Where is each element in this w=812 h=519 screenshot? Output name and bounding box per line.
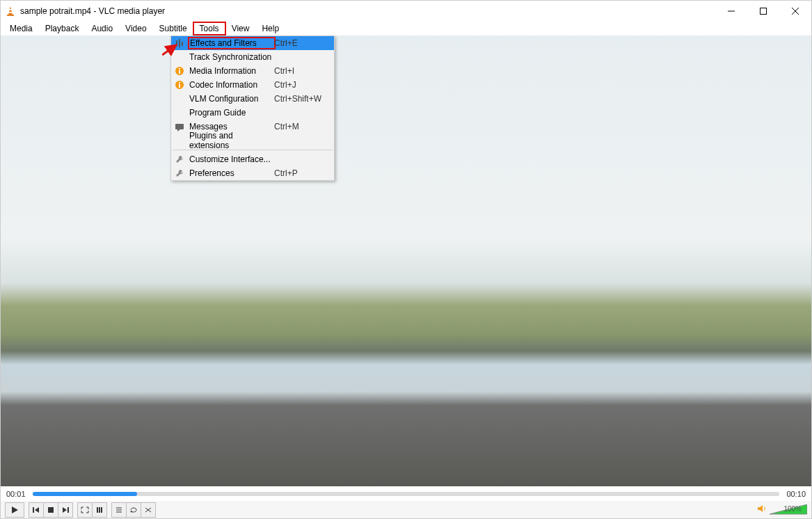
volume-percent: 100% (783, 505, 802, 513)
maximize-button[interactable] (747, 1, 779, 22)
svg-marker-18 (177, 129, 180, 131)
svg-rect-17 (175, 124, 184, 129)
play-button[interactable] (5, 502, 24, 518)
extended-settings-button[interactable] (93, 502, 107, 518)
menu-item-label: Effects and Filters (189, 38, 274, 48)
seek-slider[interactable] (33, 492, 780, 496)
wrench-icon (175, 154, 184, 164)
tools-vlm-config[interactable]: VLM Configuration Ctrl+Shift+W (171, 92, 334, 106)
svg-marker-20 (12, 506, 18, 513)
menu-item-label: Plugins and extensions (189, 131, 274, 150)
shuffle-button[interactable] (141, 502, 156, 518)
wrench-icon (175, 168, 184, 178)
equalizer-icon (175, 38, 184, 48)
next-button[interactable] (58, 502, 73, 518)
svg-rect-10 (182, 42, 183, 46)
menu-item-label: Program Guide (189, 108, 274, 118)
svg-rect-1 (7, 15, 14, 16)
window-title: sample potrait.mp4 - VLC media player (20, 6, 165, 16)
minimize-button[interactable] (715, 1, 747, 22)
menu-item-shortcut: Ctrl+J (274, 80, 328, 90)
tools-codec-info[interactable]: Codec Information Ctrl+J (171, 78, 334, 92)
menu-item-label: Messages (189, 122, 274, 131)
seek-progress (33, 492, 137, 496)
menu-item-shortcut: Ctrl+E (274, 38, 328, 48)
time-elapsed: 00:01 (6, 490, 26, 498)
menu-media[interactable]: Media (3, 22, 39, 35)
tools-dropdown: Effects and Filters Ctrl+E Track Synchro… (170, 35, 335, 181)
svg-rect-28 (101, 507, 102, 513)
svg-marker-24 (63, 507, 67, 513)
speaker-icon (757, 504, 767, 516)
time-total: 00:10 (786, 490, 806, 498)
playlist-button[interactable] (111, 502, 127, 518)
tools-plugins[interactable]: Plugins and extensions (171, 134, 334, 147)
svg-marker-35 (758, 505, 763, 512)
svg-rect-8 (176, 40, 177, 46)
menu-item-shortcut: Ctrl+P (274, 168, 328, 178)
svg-rect-21 (33, 507, 34, 513)
svg-marker-0 (8, 6, 13, 15)
menu-video[interactable]: Video (119, 22, 152, 35)
loop-button[interactable] (127, 502, 141, 518)
svg-rect-12 (179, 70, 180, 74)
volume-slider[interactable]: 100% (770, 504, 807, 516)
info-icon (175, 66, 184, 76)
vlc-cone-icon (5, 6, 16, 17)
menu-tools[interactable]: Tools (193, 22, 225, 35)
seek-bar-row: 00:01 00:10 (1, 487, 811, 501)
menu-item-label: Track Synchronization (189, 52, 274, 62)
menu-item-shortcut: Ctrl+I (274, 66, 328, 76)
tools-effects-and-filters[interactable]: Effects and Filters Ctrl+E (171, 36, 334, 50)
stop-button[interactable] (44, 502, 58, 518)
menu-subtitle[interactable]: Subtitle (153, 22, 193, 35)
video-viewport[interactable] (1, 35, 811, 486)
svg-rect-23 (48, 507, 54, 513)
menu-playback[interactable]: Playback (39, 22, 86, 35)
tools-media-info[interactable]: Media Information Ctrl+I (171, 64, 334, 78)
tools-program-guide[interactable]: Program Guide (171, 106, 334, 120)
svg-rect-13 (179, 68, 180, 70)
svg-rect-9 (179, 39, 180, 47)
fullscreen-button[interactable] (77, 502, 93, 518)
tools-preferences[interactable]: Preferences Ctrl+P (171, 166, 334, 180)
menu-audio[interactable]: Audio (85, 22, 119, 35)
svg-rect-26 (97, 507, 98, 513)
messages-icon (175, 122, 184, 131)
svg-rect-27 (99, 507, 100, 513)
volume-control[interactable]: 100% (757, 504, 807, 516)
menu-item-label: Customize Interface... (189, 154, 274, 164)
tools-track-sync[interactable]: Track Synchronization (171, 50, 334, 64)
playback-controls: 100% (1, 501, 811, 518)
menu-item-label: Codec Information (189, 80, 274, 90)
menu-item-label: Media Information (189, 66, 274, 76)
svg-marker-22 (35, 507, 39, 513)
svg-rect-3 (8, 12, 13, 13)
title-bar: sample potrait.mp4 - VLC media player (1, 1, 811, 22)
menu-help[interactable]: Help (255, 22, 285, 35)
menu-view[interactable]: View (225, 22, 256, 35)
tools-customize-interface[interactable]: Customize Interface... (171, 152, 334, 166)
svg-rect-2 (9, 9, 12, 10)
menu-item-label: Preferences (189, 168, 274, 178)
menu-bar: Media Playback Audio Video Subtitle Tool… (1, 22, 811, 35)
menu-item-shortcut: Ctrl+M (274, 122, 328, 131)
video-frame (1, 35, 811, 486)
menu-item-shortcut: Ctrl+Shift+W (274, 94, 328, 104)
close-button[interactable] (779, 1, 811, 22)
svg-rect-15 (179, 84, 180, 88)
svg-rect-16 (179, 82, 180, 83)
previous-button[interactable] (29, 502, 44, 518)
info-icon (175, 80, 184, 90)
svg-rect-25 (67, 507, 69, 513)
menu-item-label: VLM Configuration (189, 94, 274, 104)
svg-rect-5 (761, 8, 767, 15)
